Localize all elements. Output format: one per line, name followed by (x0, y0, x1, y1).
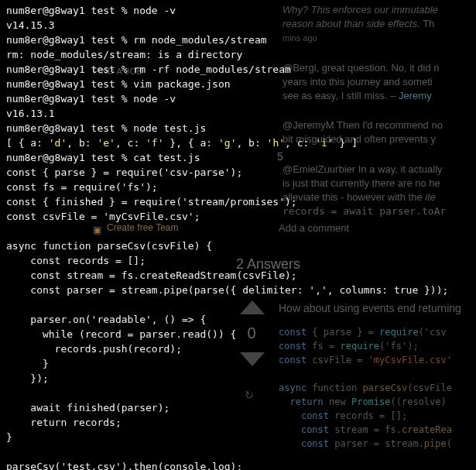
terminal-line: const csvFile = 'myCsvFile.csv'; (6, 210, 476, 225)
terminal-line: num8er@g8way1 test % rm node_modules/str… (6, 33, 476, 48)
terminal-line (6, 298, 476, 313)
terminal-line: parseCsv('test.csv').then(console.log); (6, 460, 476, 470)
terminal-line: const { finished } = require('stream/pro… (6, 195, 476, 210)
terminal-line: }); (6, 372, 476, 386)
terminal-line: while (record = parser.read()) { (6, 328, 476, 342)
terminal-line: } (6, 357, 476, 372)
terminal-line: const records = []; (6, 254, 476, 269)
terminal-line: rm: node_modules/stream: is a directory (6, 48, 476, 63)
terminal-line: num8er@g8way1 test % node -v (6, 4, 476, 19)
terminal-line: parser.on('readable', () => { (6, 313, 476, 328)
terminal-line: num8er@g8way1 test % node -v (6, 92, 476, 107)
terminal-line: num8er@g8way1 test % cat test.js (6, 151, 476, 166)
terminal-line: [ { a: 'd', b: 'e', c: 'f' }, { a: 'g', … (6, 136, 476, 151)
terminal-window[interactable]: num8er@g8way1 test % node -vv14.15.3num8… (0, 0, 476, 470)
terminal-line: return records; (6, 416, 476, 431)
terminal-line: const parser = stream.pipe(parse({ delim… (6, 283, 476, 298)
terminal-line: v16.13.1 (6, 107, 476, 122)
terminal-line: const { parse } = require('csv-parse'); (6, 166, 476, 180)
terminal-line (6, 386, 476, 401)
terminal-line: num8er@g8way1 test % node test.js (6, 122, 476, 136)
terminal-line: const stream = fs.createReadStream(csvFi… (6, 269, 476, 283)
terminal-line: } (6, 431, 476, 445)
terminal-line: records.push(record); (6, 342, 476, 357)
terminal-line: const fs = require('fs'); (6, 180, 476, 195)
terminal-line: num8er@g8way1 test % rm -rf node_modules… (6, 63, 476, 77)
terminal-line: await finished(parser); (6, 401, 476, 416)
terminal-line: async function parseCsv(csvFile) { (6, 239, 476, 254)
terminal-line: num8er@g8way1 test % vim package.json (6, 77, 476, 92)
terminal-line: v14.15.3 (6, 19, 476, 33)
terminal-line (6, 445, 476, 460)
terminal-line (6, 225, 476, 239)
